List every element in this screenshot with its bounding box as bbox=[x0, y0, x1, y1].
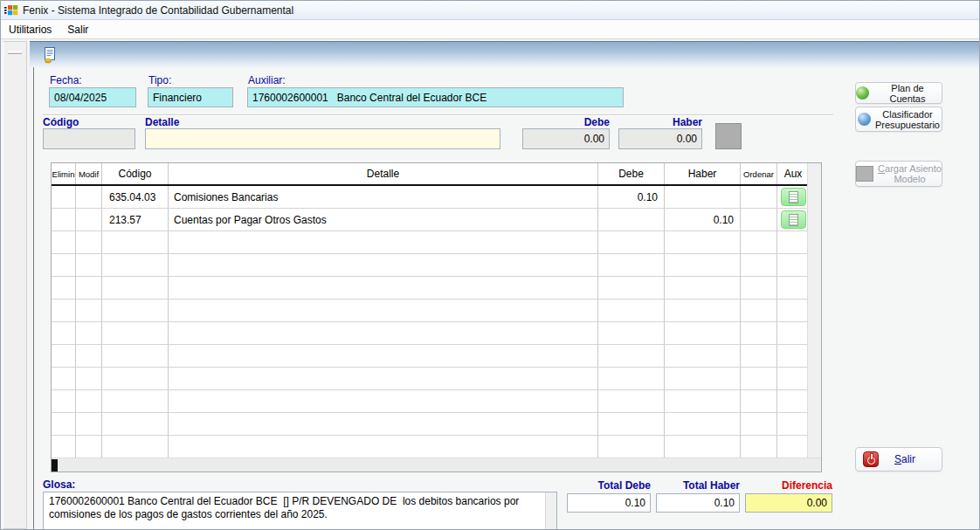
cell-haber: 0.10 bbox=[665, 209, 741, 231]
power-icon bbox=[863, 451, 879, 467]
clasificador-label: ClasificadorPresupuestario bbox=[875, 109, 940, 130]
total-haber-field bbox=[656, 493, 740, 513]
document-icon bbox=[789, 191, 798, 203]
table-row-empty[interactable] bbox=[52, 436, 809, 458]
table-row-empty[interactable] bbox=[52, 231, 809, 254]
cell-ordenar bbox=[741, 186, 777, 209]
header-aux[interactable]: Aux bbox=[777, 163, 809, 184]
table-header-row: Elimin Modif Código Detalle Debe Haber O… bbox=[52, 163, 809, 186]
document-icon bbox=[789, 214, 798, 226]
cell-debe bbox=[598, 209, 665, 231]
cell-aux bbox=[777, 186, 809, 209]
cell-debe: 0.10 bbox=[598, 186, 665, 209]
total-debe-field bbox=[567, 493, 651, 513]
cell-ordenar bbox=[741, 209, 777, 231]
tipo-input[interactable] bbox=[148, 87, 233, 107]
cell-detalle: Comisiones Bancarias bbox=[169, 186, 598, 209]
header-haber[interactable]: Haber bbox=[665, 163, 741, 184]
cell-elimin[interactable] bbox=[52, 209, 76, 231]
cell-detalle: Cuentas por Pagar Otros Gastos bbox=[169, 209, 598, 231]
header-debe[interactable]: Debe bbox=[598, 163, 665, 184]
auxiliar-input[interactable] bbox=[247, 87, 624, 107]
document-coins-icon bbox=[41, 46, 59, 64]
auxiliar-label: Auxiliar: bbox=[248, 74, 286, 86]
fecha-label: Fecha: bbox=[50, 74, 82, 86]
salir-label: Salir bbox=[894, 453, 915, 465]
table-row-empty[interactable] bbox=[52, 368, 809, 390]
window-title: Fenix - Sistema Integrado de Contabilida… bbox=[23, 4, 293, 17]
tipo-label: Tipo: bbox=[148, 74, 171, 86]
menu-bar: Utilitarios Salir bbox=[1, 20, 979, 39]
scrollbar-thumb[interactable] bbox=[52, 459, 58, 471]
cell-modif[interactable] bbox=[76, 209, 102, 231]
cargar-asiento-modelo-button[interactable]: Cargar AsientoModelo bbox=[855, 161, 942, 187]
cell-aux bbox=[777, 209, 809, 231]
haber-input[interactable] bbox=[618, 128, 702, 149]
table-row-empty[interactable] bbox=[52, 254, 809, 277]
blue-sphere-icon bbox=[858, 113, 871, 126]
header-elimin[interactable]: Elimin bbox=[52, 163, 76, 184]
header-modif[interactable]: Modif bbox=[76, 163, 102, 184]
table-row[interactable]: 635.04.03 Comisiones Bancarias 0.10 bbox=[52, 186, 809, 209]
toolbar bbox=[30, 41, 979, 67]
panel-grabber-handle[interactable] bbox=[8, 51, 22, 54]
cell-codigo: 635.04.03 bbox=[102, 186, 169, 209]
header-detalle[interactable]: Detalle bbox=[169, 163, 598, 184]
cell-codigo: 213.57 bbox=[102, 209, 169, 231]
new-entry-toolbar-button[interactable] bbox=[39, 45, 60, 65]
detalle-input[interactable] bbox=[145, 128, 500, 149]
debe-input[interactable] bbox=[522, 128, 610, 149]
glosa-scrollbar[interactable] bbox=[545, 492, 556, 530]
windows-logo-icon bbox=[4, 3, 18, 17]
cell-elimin[interactable] bbox=[52, 186, 76, 209]
entries-table: Elimin Modif Código Detalle Debe Haber O… bbox=[51, 162, 822, 472]
table-row-empty[interactable] bbox=[52, 390, 809, 413]
clasificador-presupuestario-button[interactable]: ClasificadorPresupuestario bbox=[855, 107, 942, 132]
cell-haber bbox=[665, 186, 741, 209]
cargar-asiento-label: Cargar AsientoModelo bbox=[878, 163, 942, 184]
table-row-empty[interactable] bbox=[52, 413, 809, 436]
table-empty-rows bbox=[52, 231, 809, 458]
gray-square-icon bbox=[856, 166, 873, 182]
detalle-label: Detalle bbox=[145, 116, 179, 128]
table-horizontal-scrollbar[interactable] bbox=[52, 458, 821, 471]
header-codigo[interactable]: Código bbox=[102, 163, 169, 184]
plan-de-cuentas-label: Plan de Cuentas bbox=[873, 83, 942, 104]
table-row-empty[interactable] bbox=[52, 299, 809, 322]
plan-de-cuentas-button[interactable]: Plan de Cuentas bbox=[855, 82, 942, 104]
title-bar: Fenix - Sistema Integrado de Contabilida… bbox=[1, 1, 979, 20]
codigo-label: Código bbox=[43, 116, 79, 128]
table-row-empty[interactable] bbox=[52, 345, 809, 368]
codigo-input[interactable] bbox=[43, 128, 135, 149]
fecha-input[interactable] bbox=[49, 87, 136, 107]
add-line-button[interactable] bbox=[715, 123, 742, 149]
cell-modif[interactable] bbox=[76, 186, 102, 209]
table-row-empty[interactable] bbox=[52, 322, 809, 345]
aux-button[interactable] bbox=[781, 210, 806, 229]
table-vertical-scrollbar[interactable] bbox=[807, 163, 821, 458]
haber-label: Haber bbox=[618, 116, 702, 128]
glosa-label: Glosa: bbox=[43, 478, 75, 491]
table-row[interactable]: 213.57 Cuentas por Pagar Otros Gastos 0.… bbox=[52, 209, 809, 231]
left-collapsed-panel[interactable] bbox=[3, 41, 27, 529]
diferencia-label: Diferencia bbox=[745, 479, 832, 492]
diferencia-field bbox=[745, 493, 832, 513]
total-haber-label: Total Haber bbox=[656, 479, 740, 492]
aux-button[interactable] bbox=[781, 188, 806, 206]
salir-button[interactable]: Salir bbox=[855, 447, 942, 471]
glosa-input[interactable]: 1760002600001 Banco Central del Ecuador … bbox=[43, 492, 557, 530]
menu-utilitarios[interactable]: Utilitarios bbox=[1, 21, 59, 38]
total-debe-label: Total Debe bbox=[567, 479, 651, 492]
application-window: Fenix - Sistema Integrado de Contabilida… bbox=[0, 0, 980, 530]
table-row-empty[interactable] bbox=[52, 277, 809, 299]
header-ordenar[interactable]: Ordenar bbox=[741, 163, 777, 184]
menu-salir[interactable]: Salir bbox=[59, 21, 96, 38]
debe-label: Debe bbox=[522, 116, 610, 128]
green-sphere-icon bbox=[856, 86, 869, 100]
